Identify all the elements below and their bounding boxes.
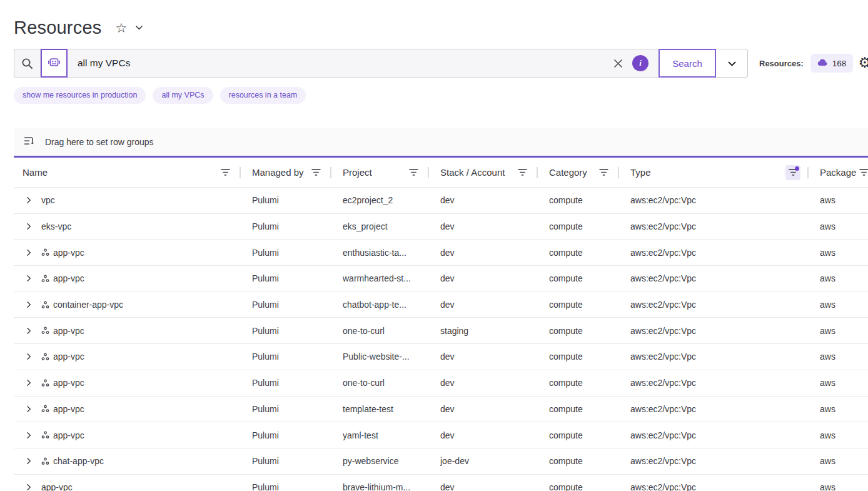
- package-cell: aws: [809, 378, 868, 388]
- category-cell: compute: [538, 482, 619, 491]
- resource-name-wrap: app-vpc: [41, 482, 73, 491]
- type-cell: aws:ec2/vpc:Vpc: [619, 195, 809, 205]
- table-row[interactable]: app-vpcPulumiyaml-testdevcomputeaws:ec2/…: [14, 422, 868, 448]
- close-icon[interactable]: [608, 49, 627, 77]
- table-row[interactable]: vpcPulumiec2project_2devcomputeaws:ec2/v…: [14, 188, 868, 214]
- name-cell: eks-vpc: [14, 221, 241, 231]
- managed-by-cell: Pulumi: [241, 195, 331, 205]
- package-cell: aws: [809, 273, 868, 283]
- ai-search-toggle[interactable]: [41, 49, 68, 78]
- resource-name-wrap: app-vpc: [41, 352, 84, 362]
- search-group: i Search: [14, 49, 748, 78]
- filter-icon[interactable]: [406, 165, 421, 180]
- filter-icon[interactable]: [596, 165, 611, 180]
- chevron-right-icon[interactable]: [25, 223, 33, 230]
- column-header-project[interactable]: Project: [331, 158, 429, 187]
- package-cell: aws: [809, 404, 868, 414]
- row-group-panel[interactable]: Drag here to set row groups: [14, 128, 868, 158]
- resource-name-wrap: container-app-vpc: [41, 300, 123, 310]
- name-cell: app-vpc: [14, 404, 241, 414]
- table-row[interactable]: app-vpcPulumitemplate-testdevcomputeaws:…: [14, 397, 868, 423]
- chevron-right-icon[interactable]: [25, 275, 33, 282]
- search-button[interactable]: Search: [659, 49, 716, 78]
- column-label: Package: [820, 167, 856, 178]
- column-header-managed-by[interactable]: Managed by: [241, 158, 331, 187]
- type-cell: aws:ec2/vpc:Vpc: [619, 352, 809, 362]
- filter-icon[interactable]: [515, 165, 530, 180]
- table-row[interactable]: app-vpcPulumibrave-lithium-m...devcomput…: [14, 475, 868, 491]
- search-icon[interactable]: [14, 49, 41, 77]
- chevron-right-icon[interactable]: [25, 249, 33, 256]
- table-row[interactable]: app-vpcPulumione-to-curldevcomputeaws:ec…: [14, 370, 868, 397]
- table-row[interactable]: app-vpcPulumione-to-curlstagingcomputeaw…: [14, 318, 868, 344]
- table-row[interactable]: app-vpcPulumienthusiastic-ta...devcomput…: [14, 240, 868, 266]
- package-cell: aws: [809, 248, 868, 258]
- filter-icon[interactable]: [785, 165, 800, 180]
- suggestion-chip[interactable]: show me resources in production: [14, 87, 146, 104]
- column-header-type[interactable]: Type: [619, 158, 809, 187]
- column-header-category[interactable]: Category: [538, 158, 619, 187]
- type-cell: aws:ec2/vpc:Vpc: [619, 221, 809, 231]
- filter-icon[interactable]: [308, 165, 323, 180]
- project-cell: enthusiastic-ta...: [331, 248, 429, 258]
- resource-group-icon: [41, 326, 49, 335]
- table-body: vpcPulumiec2project_2devcomputeaws:ec2/v…: [14, 188, 868, 491]
- suggestion-chip[interactable]: resources in a team: [220, 87, 306, 104]
- stack-cell: dev: [429, 300, 538, 310]
- resource-name: container-app-vpc: [53, 300, 123, 310]
- managed-by-cell: Pulumi: [241, 482, 331, 491]
- column-header-package[interactable]: Package: [809, 158, 868, 187]
- chevron-right-icon[interactable]: [25, 301, 33, 308]
- table-row[interactable]: app-vpcPulumiPublic-website-...devcomput…: [14, 344, 868, 370]
- stack-cell: dev: [429, 195, 538, 205]
- column-header-name[interactable]: Name: [14, 158, 241, 187]
- column-header-stack-account[interactable]: Stack / Account: [429, 158, 538, 187]
- filter-icon[interactable]: [856, 165, 868, 180]
- chevron-right-icon[interactable]: [25, 432, 33, 439]
- filter-icon[interactable]: [218, 165, 233, 180]
- chevron-right-icon[interactable]: [25, 353, 33, 360]
- column-label: Name: [23, 167, 48, 178]
- table-row[interactable]: chat-app-vpcPulumipy-webservicejoe-devco…: [14, 448, 868, 475]
- chevron-right-icon[interactable]: [25, 196, 33, 204]
- row-group-hint: Drag here to set row groups: [45, 137, 154, 147]
- resource-name-wrap: vpc: [41, 195, 55, 205]
- table-row[interactable]: container-app-vpcPulumichatbot-app-te...…: [14, 292, 868, 318]
- search-options-dropdown[interactable]: [716, 49, 748, 78]
- info-icon[interactable]: i: [632, 55, 648, 71]
- star-icon[interactable]: ☆: [115, 21, 127, 34]
- project-cell: Public-website-...: [331, 352, 429, 362]
- project-cell: ec2project_2: [331, 195, 429, 205]
- managed-by-cell: Pulumi: [241, 300, 331, 310]
- table-header-row: NameManaged byProjectStack / AccountCate…: [14, 158, 868, 188]
- page-title: Resources: [14, 18, 101, 38]
- suggestion-chips: show me resources in productionall my VP…: [14, 87, 306, 104]
- chevron-right-icon[interactable]: [25, 405, 33, 413]
- package-cell: aws: [809, 195, 868, 205]
- stack-cell: staging: [429, 326, 538, 336]
- resource-group-icon: [41, 431, 49, 439]
- resource-name-wrap: chat-app-vpc: [41, 456, 104, 466]
- name-cell: app-vpc: [14, 482, 241, 491]
- chevron-right-icon[interactable]: [25, 327, 33, 335]
- package-cell: aws: [809, 326, 868, 336]
- chevron-right-icon[interactable]: [25, 457, 33, 465]
- chevron-right-icon[interactable]: [25, 379, 33, 387]
- managed-by-cell: Pulumi: [241, 248, 331, 258]
- table-row[interactable]: app-vpcPulumiwarmhearted-st...devcompute…: [14, 266, 868, 292]
- resource-group-icon: [41, 379, 49, 387]
- resource-name: app-vpc: [53, 352, 84, 362]
- table-row[interactable]: eks-vpcPulumieks_projectdevcomputeaws:ec…: [14, 214, 868, 240]
- resources-count-value: 168: [832, 59, 847, 68]
- gear-icon[interactable]: ⚙: [858, 54, 868, 71]
- resource-name-wrap: app-vpc: [41, 273, 84, 283]
- project-cell: one-to-curl: [331, 378, 429, 388]
- project-cell: brave-lithium-m...: [331, 482, 429, 491]
- search-input[interactable]: [68, 49, 608, 77]
- resource-group-icon: [41, 275, 49, 283]
- resources-count-badge: 168: [810, 54, 854, 73]
- name-cell: app-vpc: [14, 430, 241, 440]
- chevron-right-icon[interactable]: [25, 483, 33, 491]
- chevron-down-icon[interactable]: [136, 26, 143, 30]
- suggestion-chip[interactable]: all my VPCs: [153, 87, 213, 104]
